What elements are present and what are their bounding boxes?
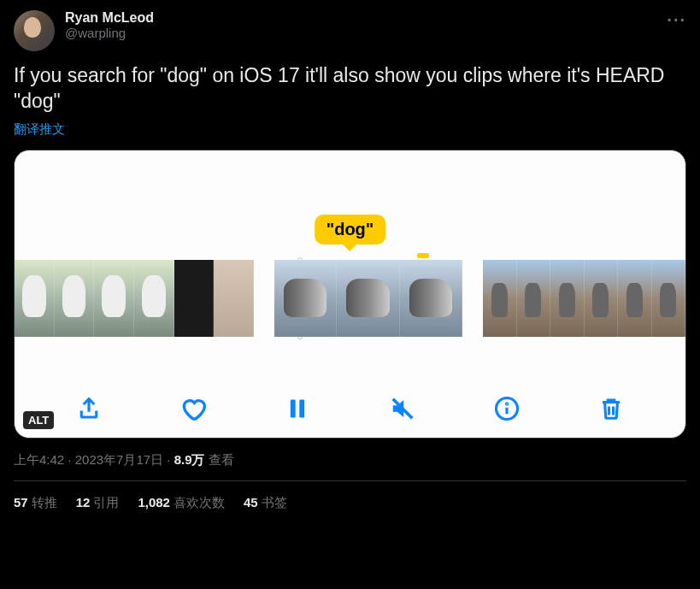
timeline-frame xyxy=(652,260,686,337)
trash-icon xyxy=(598,396,624,421)
timeline-frame xyxy=(550,260,585,337)
tweet-text: If you search for "dog" on iOS 17 it'll … xyxy=(14,63,686,115)
heart-icon xyxy=(179,395,207,422)
info-button[interactable] xyxy=(491,393,522,424)
media-card[interactable]: "dog" xyxy=(14,150,686,439)
search-tooltip: "dog" xyxy=(315,215,386,244)
stats-row: 57转推 12引用 1,082喜欢次数 45书签 xyxy=(14,481,686,511)
video-timeline[interactable] xyxy=(15,260,685,337)
share-icon xyxy=(76,396,102,421)
timeline-frame xyxy=(174,260,215,337)
clip-group[interactable] xyxy=(274,260,462,337)
timeline-frame xyxy=(337,260,399,337)
timeline-frame xyxy=(618,260,652,337)
clip-group[interactable] xyxy=(15,260,254,337)
time-label[interactable]: 上午4:42 xyxy=(14,452,64,467)
date-label[interactable]: 2023年7月17日 xyxy=(75,452,163,467)
timeline-frame xyxy=(585,260,619,337)
tweet-meta: 上午4:42 · 2023年7月17日 · 8.9万 查看 xyxy=(14,452,686,480)
views-label: 查看 xyxy=(205,452,234,467)
more-button[interactable]: ··· xyxy=(667,10,686,30)
pause-icon xyxy=(285,397,309,421)
pause-button[interactable] xyxy=(282,393,313,424)
display-name: Ryan McLeod xyxy=(65,10,154,26)
tweet-header: Ryan McLeod @warpling ··· xyxy=(14,10,686,51)
quotes-stat[interactable]: 12引用 xyxy=(76,495,120,511)
bookmarks-stat[interactable]: 45书签 xyxy=(244,495,287,511)
timeline-frame xyxy=(517,260,551,337)
timeline-marker xyxy=(417,253,429,258)
tweet-container: Ryan McLeod @warpling ··· If you search … xyxy=(0,0,700,511)
timeline-frame xyxy=(15,260,55,337)
svg-point-5 xyxy=(506,403,507,404)
timeline-frame xyxy=(214,260,254,337)
timeline-frame xyxy=(400,260,462,337)
svg-rect-1 xyxy=(300,399,305,417)
media-toolbar xyxy=(15,393,685,424)
avatar[interactable] xyxy=(14,10,55,51)
handle: @warpling xyxy=(65,26,154,40)
svg-rect-0 xyxy=(291,399,296,417)
timeline-frame xyxy=(134,260,174,337)
author-block[interactable]: Ryan McLeod @warpling xyxy=(65,10,154,40)
delete-button[interactable] xyxy=(596,393,626,424)
alt-badge[interactable]: ALT xyxy=(23,411,54,429)
like-button[interactable] xyxy=(178,393,209,424)
likes-stat[interactable]: 1,082喜欢次数 xyxy=(138,495,225,511)
timeline-frame xyxy=(483,260,517,337)
share-button[interactable] xyxy=(74,393,104,424)
translate-link[interactable]: 翻译推文 xyxy=(14,121,686,138)
clip-group[interactable] xyxy=(483,260,685,337)
timeline-frame xyxy=(55,260,95,337)
info-icon xyxy=(494,396,520,421)
timeline-frame xyxy=(94,260,134,337)
speaker-muted-icon xyxy=(390,396,415,421)
timeline-frame xyxy=(274,260,337,337)
retweets-stat[interactable]: 57转推 xyxy=(14,495,57,511)
mute-button[interactable] xyxy=(387,393,418,424)
views-count: 8.9万 xyxy=(174,452,205,467)
